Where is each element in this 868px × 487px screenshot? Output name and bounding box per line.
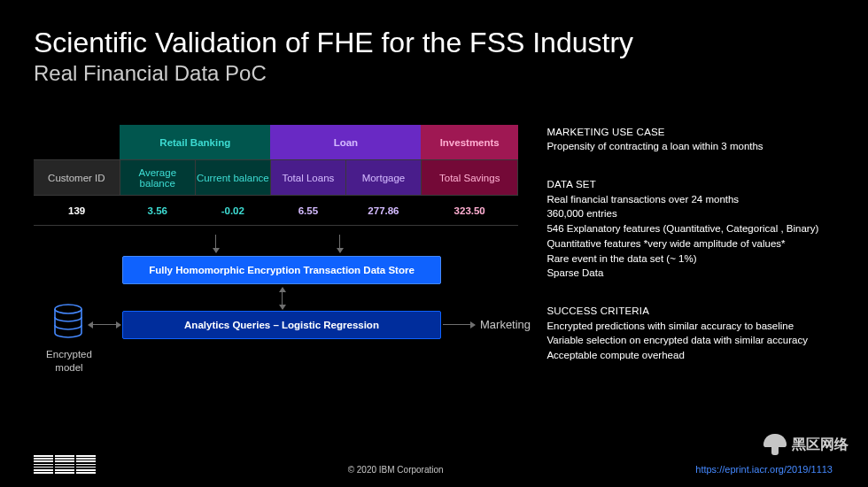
mushroom-icon [763,434,787,455]
ibm-logo-icon [34,455,96,475]
dataset-line: Sparse Data [546,266,833,281]
category-row: Retail Banking Loan Investments [34,125,518,160]
cat-retail: Retail Banking [120,125,270,160]
copyright: © 2020 IBM Corporation [348,465,444,475]
page-subtitle: Real Financial Data PoC [34,61,833,86]
col-customer: Customer ID [34,160,120,196]
cat-investments: Investments [421,125,517,160]
dataset-line: 360,000 entries [546,206,833,221]
val-customer: 139 [34,196,120,226]
val-avg: 3.56 [120,196,195,226]
val-mortgage: 277.86 [345,196,421,226]
success-line: Variable selection on encrypted data wit… [546,333,833,348]
arrow-down-icon [339,235,340,252]
data-table: Retail Banking Loan Investments Customer… [34,125,518,227]
col-savings: Total Savings [421,160,517,196]
dataset-line: Rare event in the data set (~ 1%) [546,251,833,267]
content-row: Retail Banking Loan Investments Customer… [34,125,833,386]
database-icon [53,304,83,343]
marketing-title: MARKETING USE CASE [546,125,833,140]
val-current: -0.02 [195,196,270,226]
success-title: SUCCESS CRITERIA [546,304,833,319]
left-panel: Retail Banking Loan Investments Customer… [34,125,518,386]
header-row: Customer ID Average balance Current bala… [34,160,518,196]
dataset-section: DATA SET Real financial transactions ove… [546,177,833,281]
cat-loan: Loan [270,125,421,160]
left-connector-icon [89,324,120,325]
col-total-loans: Total Loans [270,160,345,196]
val-savings: 323.50 [421,196,517,226]
watermark: 黑区网络 [763,434,849,455]
right-connector-icon [443,324,475,325]
dataset-line: 546 Explanatory features (Quantitative, … [546,221,833,236]
analytics-box: Analytics Queries – Logistic Regression [122,311,441,339]
slide: Scientific Validation of FHE for the FSS… [0,0,868,487]
reference-url: https://eprint.iacr.org/2019/1113 [695,464,833,475]
val-total-loans: 6.55 [270,196,345,226]
value-row: 139 3.56 -0.02 6.55 277.86 323.50 [34,196,518,226]
diagram: Fully Homomorphic Encryption Transaction… [34,235,518,354]
footer: © 2020 IBM Corporation https://eprint.ia… [34,455,833,475]
page-title: Scientific Validation of FHE for the FSS… [34,27,833,59]
watermark-text: 黑区网络 [792,436,849,454]
vertical-connector-icon [282,288,283,309]
dataset-title: DATA SET [546,177,833,192]
dataset-line: Quantitative features *very wide amplitu… [546,236,833,251]
success-line: Acceptable compute overhead [546,348,833,363]
success-line: Encrypted predictions with similar accur… [546,319,833,334]
arrow-down-icon [215,235,216,252]
svg-point-0 [55,305,81,313]
right-panel: MARKETING USE CASE Propensity of contrac… [546,125,833,386]
marketing-section: MARKETING USE CASE Propensity of contrac… [546,125,833,154]
dataset-line: Real financial transactions over 24 mont… [546,192,833,207]
marketing-line: Propensity of contracting a loan within … [546,139,833,154]
db-label: Encrypted model [43,348,96,374]
col-mortgage: Mortgage [345,160,421,196]
col-current: Current balance [195,160,270,196]
success-section: SUCCESS CRITERIA Encrypted predictions w… [546,304,833,363]
col-avg: Average balance [120,160,195,196]
fhe-store-box: Fully Homomorphic Encryption Transaction… [122,256,441,284]
marketing-label: Marketing [480,318,531,331]
